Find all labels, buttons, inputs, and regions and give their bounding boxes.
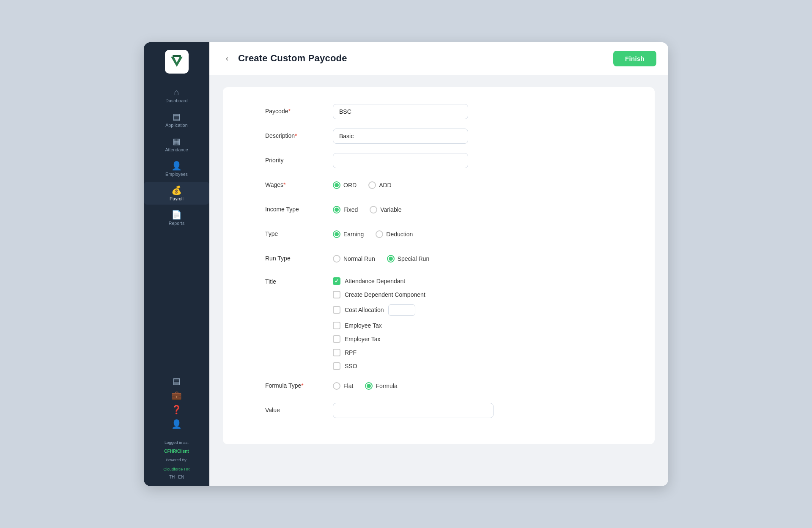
logged-in-label: Logged in as:: [165, 440, 189, 446]
value-row: Value: [265, 403, 621, 419]
run-type-label: Run Type: [265, 251, 333, 262]
formula-type-formula-option[interactable]: Formula: [365, 382, 397, 390]
wages-ord-option[interactable]: ORD: [333, 181, 357, 189]
logo-box: [165, 50, 189, 74]
formula-type-flat-option[interactable]: Flat: [333, 382, 353, 390]
paycode-input[interactable]: [333, 104, 468, 119]
checkbox-sso[interactable]: SSO: [333, 362, 425, 370]
formula-type-radio-group: Flat Formula: [333, 378, 398, 390]
back-button[interactable]: ‹: [221, 52, 233, 64]
run-type-normal-option[interactable]: Normal Run: [333, 255, 375, 263]
cost-allocation-input[interactable]: [388, 304, 415, 316]
type-deduction-label: Deduction: [386, 231, 413, 238]
sidebar-item-reports[interactable]: 📄 Reports: [144, 206, 209, 229]
back-icon: ‹: [226, 54, 228, 63]
title-checkbox-group: Attendance Dependant Create Dependent Co…: [333, 276, 425, 370]
sso-label: SSO: [345, 363, 357, 369]
type-deduction-radio[interactable]: [376, 230, 383, 238]
type-row: Type Earning Deduction: [265, 227, 621, 243]
powered-by-link[interactable]: Cloudforce HR: [163, 467, 189, 471]
value-label: Value: [265, 403, 333, 413]
priority-input[interactable]: [333, 153, 468, 168]
sidebar-label-dashboard: Dashboard: [165, 98, 187, 103]
header-left: ‹ Create Custom Paycode: [221, 52, 347, 64]
create-dependent-checkbox[interactable]: [333, 291, 340, 298]
payroll-icon: 💰: [171, 186, 182, 194]
sidebar-bottom: Logged in as: CFHR/Client Powered By: Cl…: [144, 436, 209, 479]
income-variable-label: Variable: [380, 206, 401, 213]
sidebar-logo: [144, 42, 209, 79]
sso-checkbox[interactable]: [333, 362, 340, 370]
employee-tax-label: Employee Tax: [345, 322, 382, 329]
run-type-normal-radio[interactable]: [333, 255, 340, 263]
sidebar-label-application: Application: [165, 123, 188, 128]
sidebar: ⌂ Dashboard ▤ Application ▦ Attendance 👤…: [144, 42, 209, 486]
checkbox-employee-tax[interactable]: Employee Tax: [333, 322, 425, 329]
employer-tax-label: Employer Tax: [345, 336, 381, 342]
income-type-label: Income Type: [265, 202, 333, 213]
wages-label: Wages*: [265, 178, 333, 188]
wages-ord-radio[interactable]: [333, 181, 340, 189]
employee-tax-checkbox[interactable]: [333, 322, 340, 329]
priority-label: Priority: [265, 153, 333, 164]
rpf-label: RPF: [345, 349, 357, 356]
lang-en[interactable]: EN: [178, 475, 184, 479]
sidebar-nav: ⌂ Dashboard ▤ Application ▦ Attendance 👤…: [144, 79, 209, 372]
lang-row: TH EN: [169, 475, 184, 479]
paycode-row: Paycode*: [265, 104, 621, 120]
reports-icon: 📄: [171, 211, 182, 219]
income-fixed-option[interactable]: Fixed: [333, 206, 358, 213]
income-variable-radio[interactable]: [370, 206, 377, 213]
sidebar-item-attendance[interactable]: ▦ Attendance: [144, 133, 209, 156]
checkbox-attendance-dependant[interactable]: Attendance Dependant: [333, 277, 425, 285]
sidebar-label-attendance: Attendance: [165, 147, 188, 152]
formula-type-flat-radio[interactable]: [333, 382, 340, 390]
employees-icon: 👤: [171, 161, 182, 170]
sidebar-item-employees[interactable]: 👤 Employees: [144, 157, 209, 180]
rpf-checkbox[interactable]: [333, 349, 340, 356]
powered-by-label: Powered By:: [166, 457, 187, 463]
wages-add-radio[interactable]: [368, 181, 376, 189]
description-label: Description*: [265, 129, 333, 139]
income-variable-option[interactable]: Variable: [370, 206, 401, 213]
paycode-label: Paycode*: [265, 104, 333, 115]
run-type-special-radio[interactable]: [387, 255, 395, 263]
sidebar-item-dashboard[interactable]: ⌂ Dashboard: [144, 84, 209, 107]
sidebar-label-employees: Employees: [165, 172, 188, 177]
type-earning-radio[interactable]: [333, 230, 340, 238]
logged-in-user[interactable]: CFHR/Client: [164, 449, 189, 454]
briefcase-icon[interactable]: 💼: [171, 390, 182, 400]
list-icon[interactable]: ▤: [173, 376, 181, 386]
form-card: Paycode* Description* Priority: [223, 87, 655, 444]
priority-row: Priority: [265, 153, 621, 169]
create-dependent-label: Create Dependent Component: [345, 291, 425, 298]
help-icon[interactable]: ❓: [171, 405, 182, 415]
run-type-row: Run Type Normal Run Special Run: [265, 251, 621, 267]
formula-type-formula-radio[interactable]: [365, 382, 373, 390]
value-input[interactable]: [333, 403, 494, 418]
wages-add-option[interactable]: ADD: [368, 181, 392, 189]
type-deduction-option[interactable]: Deduction: [376, 230, 413, 238]
attendance-dependant-checkbox[interactable]: [333, 277, 340, 285]
sidebar-label-payroll: Payroll: [170, 196, 184, 201]
formula-type-flat-label: Flat: [343, 383, 353, 389]
lang-th[interactable]: TH: [169, 475, 175, 479]
income-fixed-radio[interactable]: [333, 206, 340, 213]
income-type-row: Income Type Fixed Variable: [265, 202, 621, 218]
employer-tax-checkbox[interactable]: [333, 335, 340, 343]
finish-button[interactable]: Finish: [613, 51, 656, 66]
checkbox-create-dependent[interactable]: Create Dependent Component: [333, 291, 425, 298]
cost-allocation-checkbox[interactable]: [333, 306, 340, 314]
description-input[interactable]: [333, 129, 468, 144]
type-earning-option[interactable]: Earning: [333, 230, 364, 238]
run-type-special-label: Special Run: [398, 255, 430, 262]
profile-icon[interactable]: 👤: [171, 419, 182, 429]
run-type-special-option[interactable]: Special Run: [387, 255, 430, 263]
page-header: ‹ Create Custom Paycode Finish: [209, 42, 668, 75]
wages-ord-label: ORD: [343, 182, 357, 189]
sidebar-item-payroll[interactable]: 💰 Payroll: [144, 182, 209, 205]
sidebar-item-application[interactable]: ▤ Application: [144, 108, 209, 131]
income-type-radio-group: Fixed Variable: [333, 202, 402, 213]
checkbox-rpf[interactable]: RPF: [333, 349, 425, 356]
checkbox-employer-tax[interactable]: Employer Tax: [333, 335, 425, 343]
